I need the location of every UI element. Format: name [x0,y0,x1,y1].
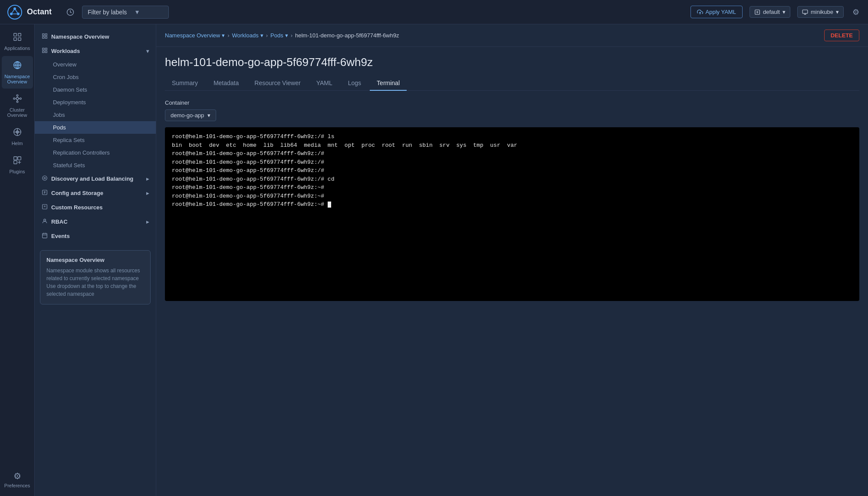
svg-rect-13 [13,33,16,36]
svg-rect-38 [45,36,47,38]
header-actions: Apply YAML default ▾ minikube ▾ ⚙ [690,6,861,19]
sidebar-item-plugins[interactable]: Plugins [2,151,33,179]
svg-rect-32 [13,157,16,160]
tab-terminal[interactable]: Terminal [370,76,407,91]
main-content: Namespace Overview ▾ › Workloads ▾ › Pod… [156,24,868,496]
sidebar-item-helm[interactable]: Helm [2,123,33,150]
container-selected-label: demo-go-app [171,112,204,119]
sidebar-tree: Namespace Overview Workloads ▾ Overview … [35,24,156,496]
tab-resource-viewer[interactable]: Resource Viewer [247,76,307,91]
page-title: helm-101-demo-go-app-5f69774fff-6wh9z [165,56,859,69]
helm-label: Helm [12,141,23,146]
svg-rect-34 [13,161,16,164]
sidebar-item-daemon-sets[interactable]: Daemon Sets [35,83,156,96]
sidebar-events[interactable]: Events [35,229,156,243]
breadcrumb-pods-chevron: ▾ [285,32,288,39]
rbac-chevron: ▸ [146,219,149,225]
config-chevron: ▸ [146,190,149,196]
helm-icon [13,127,22,139]
svg-rect-39 [43,48,44,50]
svg-point-20 [16,95,18,96]
svg-point-22 [13,98,15,99]
sidebar-item-cluster-overview[interactable]: Cluster Overview [2,89,33,122]
sidebar-item-namespace-overview[interactable]: Namespace Overview [2,56,33,89]
tabs: Summary Metadata Resource Viewer YAML Lo… [165,76,859,91]
svg-rect-14 [18,33,20,36]
sidebar-custom-resources[interactable]: Custom Resources [35,200,156,215]
sidebar-item-deployments[interactable]: Deployments [35,96,156,109]
breadcrumb-namespace-overview[interactable]: Namespace Overview ▾ [165,32,225,39]
settings-button[interactable]: ⚙ [851,6,861,19]
delete-button[interactable]: DELETE [824,30,859,41]
history-button[interactable] [64,6,77,19]
tab-yaml[interactable]: YAML [309,76,339,91]
filter-dropdown[interactable]: Filter by labels [82,6,169,19]
octant-logo [7,4,23,20]
terminal-area[interactable]: root@helm-101-demo-go-app-5f69774fff-6wh… [165,127,859,301]
svg-line-5 [15,9,18,14]
svg-point-50 [44,219,46,221]
cluster-chevron: ▾ [836,9,839,15]
rbac-icon [42,218,48,225]
svg-point-19 [16,97,19,100]
cluster-selector[interactable]: minikube ▾ [797,6,844,18]
svg-point-44 [44,177,46,179]
svg-point-21 [16,101,18,103]
breadcrumb-workloads[interactable]: Workloads ▾ [232,32,263,39]
sidebar-item-cron-jobs[interactable]: Cron Jobs [35,71,156,83]
discovery-icon [42,175,48,182]
applications-label: Applications [4,46,30,51]
sidebar-item-stateful-sets[interactable]: Stateful Sets [35,159,156,172]
sidebar-rbac[interactable]: RBAC ▸ [35,215,156,229]
svg-rect-16 [18,38,20,40]
namespace-selector[interactable]: default ▾ [750,6,790,18]
workloads-label: Workloads [51,48,80,54]
cluster-overview-icon [13,94,22,106]
sidebar-item-jobs[interactable]: Jobs [35,109,156,121]
events-label: Events [51,233,70,239]
preferences-icon: ⚙ [13,471,21,481]
apply-yaml-label: Apply YAML [706,9,736,15]
workloads-tree-icon [42,47,48,55]
sidebar-item-replica-sets[interactable]: Replica Sets [35,134,156,146]
cluster-overview-label: Cluster Overview [3,107,31,118]
tab-logs[interactable]: Logs [341,76,368,91]
svg-rect-42 [45,51,47,53]
plugins-label: Plugins [9,169,25,174]
custom-resources-icon [42,204,48,211]
sidebar-item-preferences[interactable]: ⚙ Preferences [2,466,33,493]
tab-summary[interactable]: Summary [165,76,205,91]
svg-point-43 [43,176,47,181]
svg-rect-10 [802,10,808,13]
breadcrumb-ns-chevron: ▾ [222,32,225,39]
svg-rect-15 [13,38,16,40]
preferences-label: Preferences [4,483,30,488]
namespace-chevron: ▾ [783,9,786,15]
sidebar-workloads[interactable]: Workloads ▾ [35,44,156,58]
svg-rect-51 [43,233,47,238]
config-label: Config and Storage [51,190,103,196]
config-icon [42,189,48,197]
sidebar-config-storage[interactable]: Config and Storage ▸ [35,186,156,200]
tab-metadata[interactable]: Metadata [207,76,246,91]
svg-rect-41 [43,51,44,53]
apply-yaml-button[interactable]: Apply YAML [690,6,743,18]
container-select[interactable]: demo-go-app ▾ [165,109,216,121]
svg-rect-40 [45,48,47,50]
sidebar-discovery-load-balancing[interactable]: Discovery and Load Balancing ▸ [35,172,156,186]
svg-rect-33 [17,157,20,160]
namespace-card-desc: Namespace module shows all resources rel… [46,267,144,298]
sidebar-item-applications[interactable]: Applications [2,28,33,55]
svg-rect-37 [43,36,44,38]
sidebar-item-overview[interactable]: Overview [35,58,156,71]
breadcrumb-pods[interactable]: Pods ▾ [270,32,288,39]
sidebar-namespace-overview[interactable]: Namespace Overview [35,30,156,44]
rbac-label: RBAC [51,218,68,225]
breadcrumb: Namespace Overview ▾ › Workloads ▾ › Pod… [156,24,868,47]
main-layout: Applications Namespace Overview [0,24,868,496]
namespace-overview-label: Namespace Overview [3,74,31,84]
container-label: Container [165,99,859,106]
sidebar-item-pods[interactable]: Pods [35,121,156,134]
breadcrumb-sep-2: › [266,32,268,39]
sidebar-item-replication-controllers[interactable]: Replication Controllers [35,146,156,159]
